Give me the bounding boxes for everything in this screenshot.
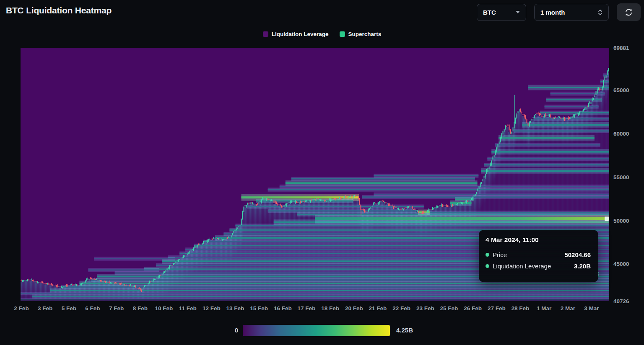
x-axis-label: 11 Feb: [179, 305, 197, 312]
legend: Liquidation Leverage Supercharts: [0, 31, 644, 37]
symbol-select-value: BTC: [483, 9, 496, 16]
y-axis-label: 50000: [613, 218, 629, 224]
colorbar-max-label: 4.25B: [396, 327, 413, 334]
x-axis-label: 27 Feb: [488, 305, 506, 312]
colorbar-gradient: [243, 325, 390, 336]
tooltip-row-leverage: Liquidation Leverage 3.20B: [486, 260, 591, 272]
legend-item-supercharts[interactable]: Supercharts: [340, 31, 382, 37]
refresh-button[interactable]: [617, 3, 641, 21]
tooltip-value: 3.20B: [574, 263, 591, 270]
x-axis-label: 5 Feb: [62, 305, 76, 312]
x-axis-label: 8 Feb: [133, 305, 148, 312]
header-controls: BTC 1 month: [477, 3, 641, 21]
x-axis-label: 6 Feb: [85, 305, 100, 312]
x-axis-label: 17 Feb: [298, 305, 316, 312]
timeframe-select-value: 1 month: [540, 9, 565, 16]
legend-swatch-purple: [263, 31, 268, 37]
y-axis-label: 40726: [613, 298, 629, 304]
x-axis-label: 18 Feb: [321, 305, 339, 312]
legend-label: Liquidation Leverage: [272, 31, 329, 37]
green-dot-icon: [486, 264, 489, 268]
x-axis-label: 1 Mar: [537, 305, 551, 312]
x-axis-label: 21 Feb: [369, 305, 387, 312]
symbol-select[interactable]: BTC: [477, 4, 526, 21]
tooltip-value: 50204.66: [564, 251, 591, 258]
x-axis-label: 2 Feb: [14, 305, 29, 312]
x-axis-label: 26 Feb: [464, 305, 482, 312]
tooltip-label: Liquidation Leverage: [493, 263, 571, 270]
timeframe-select[interactable]: 1 month: [534, 4, 609, 21]
y-axis-label: 45000: [613, 261, 629, 267]
legend-label: Supercharts: [348, 31, 382, 37]
x-axis-label: 12 Feb: [203, 305, 221, 312]
x-axis-label: 22 Feb: [392, 305, 410, 312]
chart-tooltip: 4 Mar 2024, 11:00 Price 50204.66 Liquida…: [479, 230, 598, 282]
refresh-icon: [624, 8, 634, 17]
x-axis-label: 25 Feb: [440, 305, 458, 312]
caret-down-icon: [516, 11, 520, 13]
legend-swatch-green: [340, 31, 345, 37]
x-axis-label: 28 Feb: [512, 305, 530, 312]
chevron-updown-icon: [598, 9, 602, 16]
legend-item-liquidation-leverage[interactable]: Liquidation Leverage: [263, 31, 329, 37]
x-axis-label: 16 Feb: [274, 305, 292, 312]
app-root: BTC Liquidation Heatmap BTC 1 month Liqu: [0, 0, 644, 345]
x-axis-label: 2 Mar: [561, 305, 575, 312]
tooltip-row-price: Price 50204.66: [486, 249, 591, 260]
x-axis-label: 3 Mar: [584, 305, 599, 312]
tooltip-timestamp: 4 Mar 2024, 11:00: [486, 236, 591, 244]
page-title: BTC Liquidation Heatmap: [6, 5, 112, 15]
y-axis-label: 65000: [613, 87, 629, 93]
x-axis-label: 13 Feb: [226, 305, 244, 312]
x-axis-label: 7 Feb: [109, 305, 124, 312]
x-axis-label: 10 Feb: [155, 305, 173, 312]
y-axis-label: 55000: [613, 174, 629, 180]
x-axis-label: 15 Feb: [250, 305, 268, 312]
y-axis-label: 60000: [613, 131, 629, 137]
tooltip-label: Price: [493, 251, 561, 258]
x-axis-label: 3 Feb: [38, 305, 52, 312]
x-axis-label: 23 Feb: [416, 305, 434, 312]
colorbar-min-label: 0: [235, 327, 238, 334]
y-axis-label: 69881: [613, 45, 629, 51]
x-axis-label: 20 Feb: [345, 305, 363, 312]
green-dot-icon: [486, 253, 489, 257]
